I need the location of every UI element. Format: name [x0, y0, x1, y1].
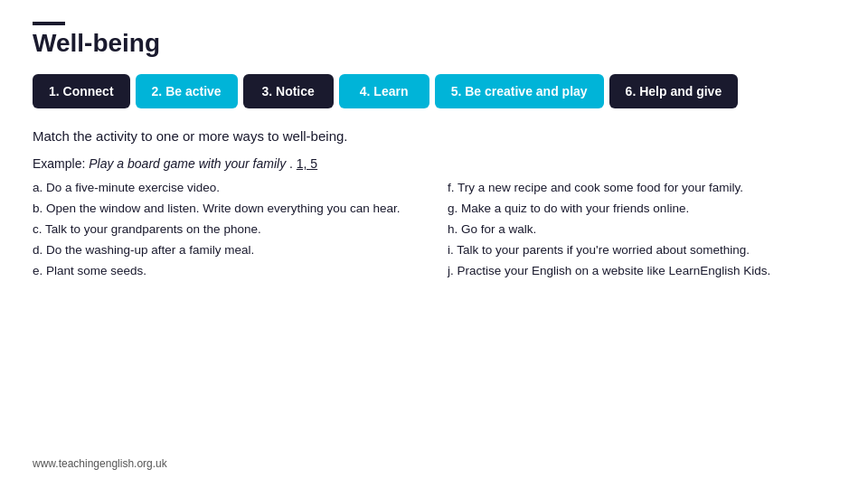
example-answer: 1, 5: [297, 156, 317, 171]
tab-notice[interactable]: 3. Notice: [243, 74, 334, 108]
example-italic: Play a board game with your family: [89, 156, 286, 171]
list-item: h. Go for a walk.: [448, 220, 835, 240]
tab-active[interactable]: 2. Be active: [136, 74, 238, 108]
tab-help[interactable]: 6. Help and give: [609, 74, 739, 108]
list-item: b. Open the window and listen. Write dow…: [33, 199, 420, 220]
page-title: Well-being: [33, 22, 160, 58]
example-line: Example: Play a board game with your fam…: [33, 156, 835, 171]
tab-connect[interactable]: 1. Connect: [33, 74, 130, 108]
instruction: Match the activity to one or more ways t…: [33, 128, 835, 144]
list-col-2: f. Try a new recipe and cook some food f…: [448, 178, 835, 282]
title-bar: Well-being: [33, 22, 835, 58]
example-block: Example: Play a board game with your fam…: [33, 156, 835, 173]
list-item: e. Plant some seeds.: [33, 261, 420, 282]
list-item: g. Make a quiz to do with your friends o…: [448, 199, 835, 220]
tab-learn[interactable]: 4. Learn: [339, 74, 429, 108]
list-item: a. Do a five-minute exercise video.: [33, 178, 420, 199]
list-item: d. Do the washing-up after a family meal…: [33, 240, 420, 261]
list-item: j. Practise your English on a website li…: [448, 261, 835, 282]
list-item: i. Talk to your parents if you're worrie…: [448, 240, 835, 261]
example-suffix: .: [286, 156, 297, 171]
list-grid: a. Do a five-minute exercise video.b. Op…: [33, 178, 835, 282]
list-col-1: a. Do a five-minute exercise video.b. Op…: [33, 178, 420, 282]
list-item: f. Try a new recipe and cook some food f…: [448, 178, 835, 199]
tab-creative[interactable]: 5. Be creative and play: [435, 74, 604, 108]
example-prefix: Example:: [33, 156, 89, 171]
footer: www.teachingenglish.org.uk: [33, 457, 835, 470]
list-item: c. Talk to your grandparents on the phon…: [33, 220, 420, 240]
tabs-row: 1. Connect2. Be active3. Notice4. Learn5…: [33, 74, 835, 108]
page-container: Well-being 1. Connect2. Be active3. Noti…: [0, 0, 868, 488]
